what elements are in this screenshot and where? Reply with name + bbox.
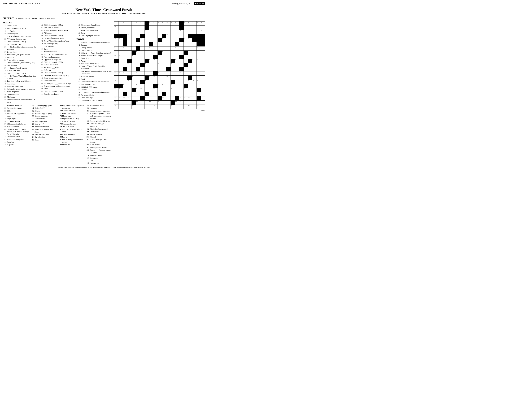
grid-cell-white[interactable]: 110 bbox=[149, 101, 153, 105]
grid-cell-white[interactable] bbox=[136, 92, 140, 97]
grid-cell-white[interactable]: 95 bbox=[166, 92, 170, 97]
grid-cell-white[interactable]: 34 bbox=[153, 42, 158, 46]
grid-cell-white[interactable] bbox=[140, 59, 145, 63]
grid-cell-white[interactable] bbox=[184, 80, 188, 84]
grid-cell-white[interactable] bbox=[158, 80, 162, 84]
grid-cell-white[interactable]: 87 bbox=[136, 88, 140, 92]
grid-cell-white[interactable]: 44 bbox=[114, 55, 118, 59]
grid-cell-white[interactable]: 48 bbox=[149, 59, 153, 63]
grid-cell-white[interactable]: 16 bbox=[188, 22, 192, 26]
grid-cell-white[interactable] bbox=[201, 51, 205, 55]
grid-cell-white[interactable] bbox=[114, 42, 118, 46]
grid-cell-white[interactable] bbox=[162, 88, 166, 92]
grid-cell-white[interactable] bbox=[162, 26, 166, 30]
grid-cell-white[interactable] bbox=[170, 38, 175, 42]
grid-cell-white[interactable] bbox=[140, 55, 145, 59]
grid-cell-white[interactable] bbox=[197, 101, 201, 105]
grid-cell-white[interactable] bbox=[140, 30, 145, 34]
grid-cell-white[interactable]: 105 bbox=[179, 97, 184, 101]
grid-cell-white[interactable] bbox=[179, 59, 184, 63]
grid-cell-white[interactable] bbox=[170, 97, 175, 101]
grid-cell-white[interactable] bbox=[140, 26, 145, 30]
grid-cell-white[interactable]: 51 bbox=[192, 59, 197, 63]
grid-cell-white[interactable] bbox=[188, 51, 192, 55]
grid-cell-white[interactable] bbox=[149, 63, 153, 67]
grid-cell-white[interactable] bbox=[123, 88, 127, 92]
grid-cell-white[interactable]: 39 bbox=[149, 46, 153, 51]
grid-cell-white[interactable]: 108 bbox=[114, 101, 118, 105]
grid-cell-white[interactable] bbox=[188, 63, 192, 67]
grid-cell-white[interactable] bbox=[188, 84, 192, 88]
grid-cell-white[interactable] bbox=[127, 26, 132, 30]
grid-cell-white[interactable] bbox=[118, 105, 123, 109]
grid-cell-white[interactable]: 52 bbox=[197, 59, 201, 63]
grid-cell-white[interactable] bbox=[179, 46, 184, 51]
grid-cell-white[interactable] bbox=[179, 76, 184, 80]
grid-cell-white[interactable] bbox=[123, 30, 127, 34]
grid-cell-white[interactable]: 27 bbox=[114, 38, 118, 42]
grid-cell-white[interactable] bbox=[153, 51, 158, 55]
grid-cell-white[interactable] bbox=[162, 55, 166, 59]
grid-cell-white[interactable]: 63 bbox=[201, 67, 205, 71]
grid-cell-white[interactable]: 31 bbox=[184, 38, 188, 42]
grid-cell-white[interactable] bbox=[123, 63, 127, 67]
grid-cell-white[interactable]: 29 bbox=[140, 38, 145, 42]
grid-cell-white[interactable] bbox=[175, 71, 179, 76]
grid-cell-white[interactable] bbox=[118, 80, 123, 84]
grid-cell-white[interactable] bbox=[201, 55, 205, 59]
grid-cell-white[interactable] bbox=[136, 63, 140, 67]
grid-cell-white[interactable]: 42 bbox=[136, 51, 140, 55]
grid-cell-white[interactable] bbox=[136, 97, 140, 101]
grid-cell-white[interactable]: 88 bbox=[140, 88, 145, 92]
grid-cell-white[interactable]: 66 bbox=[123, 71, 127, 76]
grid-cell-white[interactable] bbox=[162, 42, 166, 46]
grid-cell-white[interactable] bbox=[127, 67, 132, 71]
grid-cell-white[interactable]: 109 bbox=[136, 101, 140, 105]
grid-cell-white[interactable] bbox=[118, 51, 123, 55]
grid-cell-white[interactable] bbox=[118, 67, 123, 71]
grid-cell-white[interactable]: 26 bbox=[166, 34, 170, 38]
grid-cell-white[interactable] bbox=[184, 101, 188, 105]
grid-cell-white[interactable]: 106 bbox=[184, 97, 188, 101]
grid-cell-white[interactable]: 18 bbox=[197, 22, 201, 26]
grid-cell-white[interactable]: 111 bbox=[158, 101, 162, 105]
grid-cell-white[interactable] bbox=[192, 26, 197, 30]
grid-cell-white[interactable] bbox=[192, 88, 197, 92]
grid-cell-white[interactable] bbox=[175, 34, 179, 38]
grid-cell-white[interactable] bbox=[132, 80, 136, 84]
grid-cell-white[interactable] bbox=[145, 101, 149, 105]
grid-cell-white[interactable] bbox=[197, 84, 201, 88]
grid-cell-white[interactable]: 20 bbox=[114, 26, 118, 30]
grid-cell-white[interactable] bbox=[127, 55, 132, 59]
grid-cell-white[interactable] bbox=[184, 71, 188, 76]
grid-cell-white[interactable]: 71 bbox=[149, 76, 153, 80]
grid-cell-white[interactable]: 93 bbox=[132, 92, 136, 97]
grid-cell-white[interactable] bbox=[175, 55, 179, 59]
grid-cell-white[interactable]: 116 bbox=[153, 105, 158, 109]
grid-cell-white[interactable] bbox=[188, 88, 192, 92]
grid-cell-white[interactable] bbox=[188, 71, 192, 76]
grid-cell-white[interactable] bbox=[123, 55, 127, 59]
grid-cell-white[interactable]: 67 bbox=[136, 71, 140, 76]
grid-cell-white[interactable]: 112 bbox=[175, 101, 179, 105]
grid-cell-white[interactable] bbox=[158, 42, 162, 46]
grid-cell-white[interactable] bbox=[197, 51, 201, 55]
grid-cell-white[interactable]: 113 bbox=[179, 101, 184, 105]
grid-cell-white[interactable]: 85 bbox=[114, 88, 118, 92]
grid-cell-white[interactable] bbox=[170, 76, 175, 80]
grid-cell-white[interactable]: 13 bbox=[170, 22, 175, 26]
grid-cell-white[interactable] bbox=[201, 97, 205, 101]
grid-cell-white[interactable] bbox=[179, 84, 184, 88]
grid-cell-white[interactable]: 104 bbox=[162, 97, 166, 101]
grid-cell-white[interactable] bbox=[166, 88, 170, 92]
grid-cell-white[interactable] bbox=[192, 76, 197, 80]
grid-cell-white[interactable]: 54 bbox=[127, 63, 132, 67]
grid-cell-white[interactable] bbox=[170, 46, 175, 51]
grid-cell-white[interactable]: 17 bbox=[192, 22, 197, 26]
grid-cell-white[interactable] bbox=[140, 76, 145, 80]
grid-cell-white[interactable] bbox=[179, 88, 184, 92]
grid-cell-white[interactable] bbox=[123, 76, 127, 80]
grid-cell-white[interactable] bbox=[149, 30, 153, 34]
grid-cell-white[interactable] bbox=[192, 84, 197, 88]
grid-cell-white[interactable]: 70 bbox=[132, 76, 136, 80]
